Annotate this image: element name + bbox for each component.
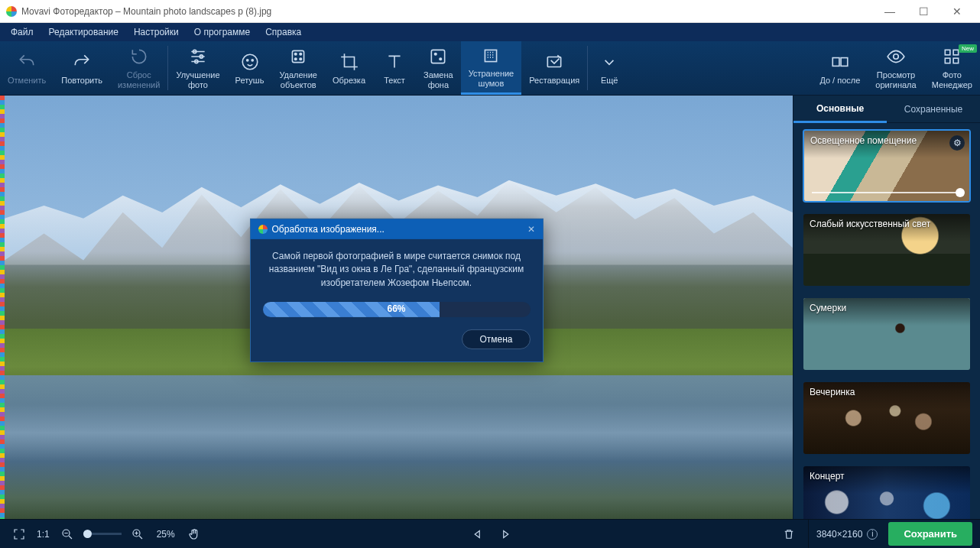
gear-icon[interactable]: ⚙ xyxy=(949,135,965,151)
window-close-button[interactable]: ✕ xyxy=(940,0,974,23)
info-icon[interactable]: i xyxy=(867,529,878,540)
redo-icon xyxy=(72,51,92,73)
processing-dialog: Обработка изображения... ✕ Самой первой … xyxy=(250,219,544,362)
svg-point-4 xyxy=(246,59,248,60)
side-panel: Основные Сохраненные Освещенное помещени… xyxy=(793,96,980,519)
cancel-button[interactable]: Отмена xyxy=(462,329,530,349)
image-dimensions: 3840×2160 i xyxy=(816,529,878,540)
svg-rect-6 xyxy=(293,51,304,63)
hand-tool-button[interactable] xyxy=(183,524,206,544)
compare-icon xyxy=(830,51,850,73)
more-button[interactable]: Ещё xyxy=(588,41,631,95)
preset-lit-room[interactable]: Освещенное помещение ⚙ xyxy=(803,129,971,203)
undo-button[interactable]: Отменить xyxy=(0,41,54,95)
window-maximize-button[interactable]: ☐ xyxy=(907,0,940,23)
photo-manager-button[interactable]: New Фото Менеджер xyxy=(924,41,980,95)
restore-button[interactable]: Реставрация xyxy=(521,41,587,95)
progress-percent: 66% xyxy=(263,302,531,317)
app-icon xyxy=(6,6,17,17)
menu-edit[interactable]: Редактирование xyxy=(41,25,126,39)
next-image-button[interactable] xyxy=(494,524,517,544)
svg-rect-16 xyxy=(832,57,839,66)
enhance-button[interactable]: Улучшение фото xyxy=(168,41,227,95)
denoise-button[interactable]: Устранение шумов xyxy=(461,41,522,95)
dialog-app-icon xyxy=(258,225,268,234)
zoom-in-button[interactable] xyxy=(126,524,149,544)
svg-rect-19 xyxy=(946,50,951,56)
side-tabs: Основные Сохраненные xyxy=(793,96,980,123)
svg-point-13 xyxy=(440,58,442,60)
preset-dusk[interactable]: Сумерки xyxy=(803,297,971,371)
reset-button[interactable]: Сброс изменений xyxy=(110,41,167,95)
main-toolbar: Отменить Повторить Сброс изменений Улучш… xyxy=(0,41,980,96)
canvas-area[interactable]: Обработка изображения... ✕ Самой первой … xyxy=(0,96,793,519)
progress-bar: 66% xyxy=(263,302,531,317)
svg-rect-22 xyxy=(953,59,959,64)
tab-basic[interactable]: Основные xyxy=(793,96,887,123)
crop-button[interactable]: Обрезка xyxy=(325,41,373,95)
menu-help[interactable]: Справка xyxy=(258,25,309,39)
svg-point-9 xyxy=(295,58,297,60)
status-bar: 1:1 25% 3840×2160 i Сохранить xyxy=(0,519,980,548)
delete-button[interactable] xyxy=(777,524,800,544)
menubar: Файл Редактирование Настройки О программ… xyxy=(0,23,980,41)
workarea: Обработка изображения... ✕ Самой первой … xyxy=(0,96,980,519)
svg-point-8 xyxy=(300,54,302,56)
text-button[interactable]: Текст xyxy=(373,41,416,95)
reset-icon xyxy=(129,46,149,67)
zoom-ratio[interactable]: 1:1 xyxy=(31,529,56,540)
dialog-fact-text: Самой первой фотографией в мире считаетс… xyxy=(263,250,531,290)
undo-icon xyxy=(17,51,37,73)
background-swap-button[interactable]: Замена фона xyxy=(416,41,461,95)
window-title: Movavi Фоторедактор – Mountain photo lan… xyxy=(21,6,271,17)
menu-settings[interactable]: Настройки xyxy=(126,25,187,39)
menu-file[interactable]: Файл xyxy=(3,25,41,39)
preset-list[interactable]: Освещенное помещение ⚙ Слабый искусствен… xyxy=(793,123,980,519)
svg-point-12 xyxy=(435,54,437,56)
eye-icon xyxy=(886,46,906,67)
restore-icon xyxy=(544,51,564,73)
window-titlebar: Movavi Фоторедактор – Mountain photo lan… xyxy=(0,0,980,23)
text-icon xyxy=(385,51,404,73)
zoom-out-button[interactable] xyxy=(56,524,79,544)
svg-point-3 xyxy=(242,54,258,70)
preset-low-artificial-light[interactable]: Слабый искусственный свет xyxy=(803,213,971,287)
preset-intensity-slider[interactable] xyxy=(812,192,962,193)
svg-point-10 xyxy=(300,58,302,60)
dialog-close-button[interactable]: ✕ xyxy=(527,224,535,235)
zoom-percent: 25% xyxy=(149,529,183,540)
crop-icon xyxy=(339,51,359,73)
redo-button[interactable]: Повторить xyxy=(54,41,110,95)
background-icon xyxy=(428,46,448,67)
tab-saved[interactable]: Сохраненные xyxy=(887,96,980,123)
remove-objects-button[interactable]: Удаление объектов xyxy=(271,41,325,95)
svg-rect-21 xyxy=(946,59,951,64)
chevron-down-icon xyxy=(599,51,619,73)
svg-point-5 xyxy=(251,59,253,60)
erase-icon xyxy=(288,46,308,67)
view-original-button[interactable]: Просмотр оригинала xyxy=(868,41,923,95)
preset-party[interactable]: Вечеринка xyxy=(803,381,971,455)
svg-rect-14 xyxy=(485,50,497,61)
retouch-button[interactable]: Ретушь xyxy=(228,41,272,95)
window-minimize-button[interactable]: — xyxy=(873,0,907,23)
new-badge: New xyxy=(959,44,977,53)
save-button[interactable]: Сохранить xyxy=(888,522,972,546)
svg-rect-17 xyxy=(841,57,848,66)
window-controls: — ☐ ✕ xyxy=(873,0,974,23)
svg-rect-11 xyxy=(432,50,445,63)
fullscreen-button[interactable] xyxy=(8,524,31,544)
preset-concert[interactable]: Концерт xyxy=(803,465,971,519)
dialog-titlebar: Обработка изображения... ✕ xyxy=(251,219,543,239)
prev-image-button[interactable] xyxy=(466,524,489,544)
zoom-slider[interactable] xyxy=(83,533,122,535)
before-after-button[interactable]: До / после xyxy=(812,41,868,95)
face-icon xyxy=(240,51,260,73)
dialog-title-text: Обработка изображения... xyxy=(272,224,385,235)
noise-icon xyxy=(481,46,501,66)
svg-point-18 xyxy=(894,54,899,60)
sliders-icon xyxy=(188,46,208,67)
svg-point-7 xyxy=(295,54,297,56)
menu-about[interactable]: О программе xyxy=(187,25,258,39)
